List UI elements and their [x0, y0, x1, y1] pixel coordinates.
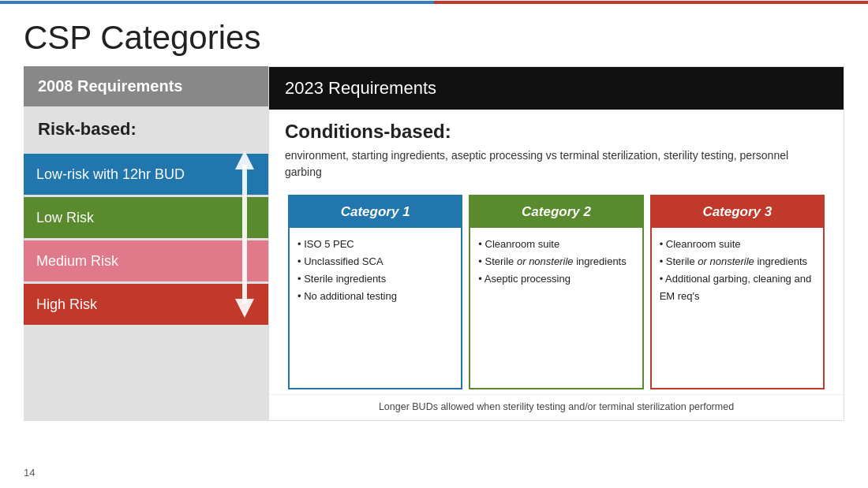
footer-note: Longer BUDs allowed when sterility testi… — [269, 394, 844, 420]
conditions-title: Conditions-based: — [285, 121, 828, 143]
category-1-header: Category 1 — [290, 196, 461, 228]
left-panel-header: 2008 Requirements — [24, 66, 268, 106]
risk-low-label: Low Risk — [36, 210, 94, 226]
list-item: Sterile or nonsterile ingredients — [660, 253, 815, 270]
category-3-col: Category 3 Cleanroom suite Sterile or no… — [650, 195, 825, 389]
risk-low12-label: Low-risk with 12hr BUD — [36, 166, 185, 183]
top-bar-red — [434, 1, 868, 4]
category-3-header: Category 3 — [652, 196, 823, 228]
risk-item-low: Low Risk — [24, 197, 268, 238]
risk-item-low12: Low-risk with 12hr BUD — [24, 154, 268, 195]
list-item: No additional testing — [297, 288, 453, 305]
risk-label: Risk-based: — [24, 106, 268, 147]
category-2-header: Category 2 — [470, 196, 642, 228]
category-1-body: ISO 5 PEC Unclassified SCA Sterile ingre… — [290, 228, 461, 313]
list-item: ISO 5 PEC — [297, 236, 453, 253]
risk-medium-label: Medium Risk — [36, 253, 118, 270]
conditions-desc: environment, starting ingredients, asept… — [285, 147, 828, 181]
right-panel-header: 2023 Requirements — [269, 67, 844, 110]
right-panel: 2023 Requirements Conditions-based: envi… — [268, 66, 844, 421]
categories-row: Category 1 ISO 5 PEC Unclassified SCA St… — [285, 195, 828, 389]
list-item: Additional garbing, cleaning and EM req'… — [660, 270, 815, 305]
category-1-list: ISO 5 PEC Unclassified SCA Sterile ingre… — [297, 236, 453, 305]
list-item: Aseptic processing — [478, 270, 634, 288]
category-2-body: Cleanroom suite Sterile or nonsterile in… — [470, 228, 642, 296]
category-3-body: Cleanroom suite Sterile or nonsterile in… — [652, 228, 823, 313]
category-2-list: Cleanroom suite Sterile or nonsterile in… — [478, 236, 634, 288]
risk-item-high: High Risk — [24, 284, 268, 325]
left-panel: 2008 Requirements Risk-based: Low-risk w… — [24, 66, 268, 421]
risk-item-medium: Medium Risk — [24, 240, 268, 281]
page-number: 14 — [24, 467, 35, 479]
category-3-list: Cleanroom suite Sterile or nonsterile in… — [660, 236, 815, 305]
list-item: Sterile ingredients — [297, 270, 453, 288]
list-item: Cleanroom suite — [660, 236, 815, 253]
conditions-section: Conditions-based: environment, starting … — [269, 110, 844, 187]
risk-items: Low-risk with 12hr BUD Low Risk Medium R… — [24, 147, 268, 327]
list-item: Sterile or nonsterile ingredients — [478, 253, 634, 270]
top-bar-blue — [0, 1, 434, 4]
risk-high-label: High Risk — [36, 296, 97, 313]
list-item: Unclassified SCA — [297, 253, 453, 270]
content-area: 2008 Requirements Risk-based: Low-risk w… — [24, 66, 844, 421]
list-item: Cleanroom suite — [478, 236, 634, 253]
category-2-col: Category 2 Cleanroom suite Sterile or no… — [469, 195, 643, 389]
category-1-col: Category 1 ISO 5 PEC Unclassified SCA St… — [288, 195, 462, 389]
page-title: CSP Categories — [0, 5, 868, 66]
